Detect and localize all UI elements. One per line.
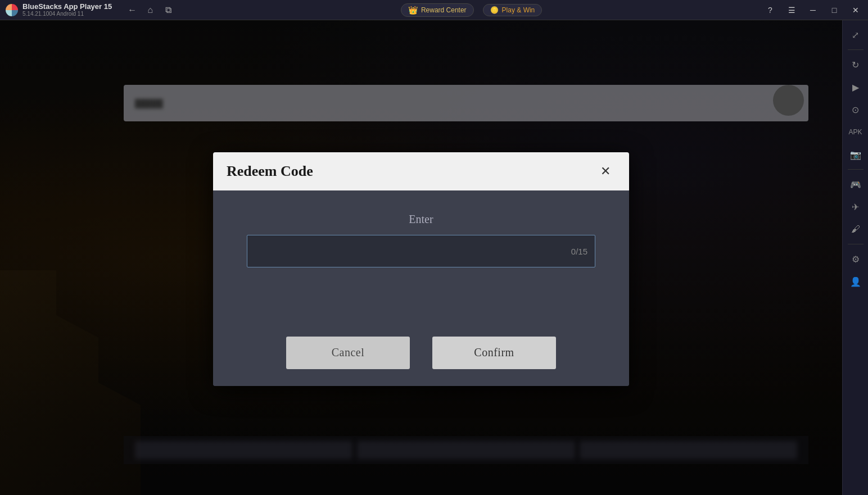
- app-version: 5.14.21.1004 Android 11: [22, 11, 112, 17]
- home-button[interactable]: ⌂: [142, 2, 158, 18]
- sidebar-expand-icon[interactable]: ⤢: [846, 25, 866, 45]
- sidebar-screenshot-icon[interactable]: 📷: [846, 144, 866, 165]
- reward-center-button[interactable]: 👑 Reward Center: [401, 3, 474, 17]
- sidebar-gamepad-icon[interactable]: 🎮: [846, 174, 866, 194]
- sidebar-brush-icon[interactable]: 🖌: [846, 219, 866, 239]
- right-sidebar: ⤢ ↻ ▶ ⊙ APK 📷 🎮 ✈ 🖌 ⚙ 👤: [842, 20, 868, 495]
- redeem-code-input[interactable]: [247, 235, 595, 267]
- close-button[interactable]: ✕: [846, 0, 866, 20]
- titlebar-center: 👑 Reward Center 🪙 Play & Win: [183, 3, 760, 17]
- sidebar-divider-2: [848, 169, 864, 170]
- dialog-header: Redeem Code ✕: [213, 152, 629, 190]
- confirm-button[interactable]: Confirm: [432, 337, 556, 369]
- dialog-footer: Cancel Confirm: [213, 325, 629, 386]
- sidebar-apk-icon[interactable]: APK: [846, 122, 866, 142]
- dialog-body: Enter 0/15: [213, 190, 629, 325]
- bluestacks-logo-icon: [6, 4, 18, 16]
- maximize-button[interactable]: □: [824, 0, 844, 20]
- main-area: █████ ✕ Redeem Code ✕ Enter 0/15: [0, 20, 842, 495]
- back-button[interactable]: ←: [124, 2, 140, 18]
- reward-center-label: Reward Center: [421, 6, 467, 14]
- cancel-button[interactable]: Cancel: [286, 337, 410, 369]
- sidebar-person-icon[interactable]: 👤: [846, 271, 866, 292]
- crown-icon: 👑: [408, 6, 418, 15]
- play-win-button[interactable]: 🪙 Play & Win: [483, 4, 542, 16]
- titlebar-actions: ? ☰ ─ □ ✕: [760, 0, 868, 20]
- app-title: BlueStacks App Player 15: [22, 2, 112, 11]
- titlebar-nav: ← ⌂ ⧉: [117, 2, 183, 18]
- menu-button[interactable]: ☰: [781, 0, 802, 20]
- minimize-button[interactable]: ─: [803, 0, 823, 20]
- redeem-code-dialog: Redeem Code ✕ Enter 0/15 Cancel Confirm: [213, 152, 629, 386]
- dialog-enter-label: Enter: [409, 213, 433, 226]
- app-logo: BlueStacks App Player 15 5.14.21.1004 An…: [0, 2, 117, 18]
- dialog-title: Redeem Code: [227, 163, 313, 180]
- sidebar-airplane-icon[interactable]: ✈: [846, 197, 866, 217]
- help-button[interactable]: ?: [760, 0, 780, 20]
- pages-button[interactable]: ⧉: [160, 2, 176, 18]
- coin-icon: 🪙: [490, 6, 499, 14]
- dialog-close-button[interactable]: ✕: [595, 161, 616, 181]
- modal-overlay: Redeem Code ✕ Enter 0/15 Cancel Confirm: [0, 20, 842, 495]
- sidebar-settings-icon[interactable]: ⚙: [846, 249, 866, 269]
- sidebar-divider-3: [848, 244, 864, 244]
- play-win-label: Play & Win: [502, 6, 535, 14]
- sidebar-divider-1: [848, 49, 864, 50]
- sidebar-video-icon[interactable]: ▶: [846, 77, 866, 97]
- titlebar: BlueStacks App Player 15 5.14.21.1004 An…: [0, 0, 868, 20]
- dialog-input-wrapper: 0/15: [247, 235, 595, 267]
- sidebar-rotate-icon[interactable]: ↻: [846, 55, 866, 75]
- sidebar-search-icon[interactable]: ⊙: [846, 99, 866, 120]
- app-name: BlueStacks App Player 15 5.14.21.1004 An…: [22, 2, 112, 18]
